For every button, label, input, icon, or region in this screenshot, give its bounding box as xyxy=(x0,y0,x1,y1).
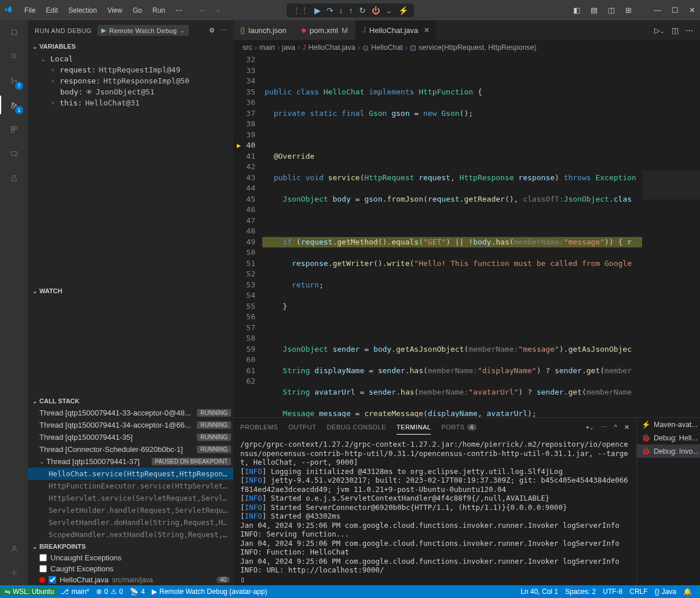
menu-run[interactable]: Run xyxy=(148,4,170,17)
bp-file-checkbox[interactable] xyxy=(49,576,56,584)
ptab-output[interactable]: OUTPUT xyxy=(288,420,316,434)
close-icon[interactable]: ✕ xyxy=(424,26,430,34)
svg-rect-8 xyxy=(11,130,13,132)
debug-config-selector[interactable]: ▶ Remote Watch Debug ⌄ xyxy=(97,25,189,36)
continue-icon[interactable]: ▶ xyxy=(314,6,321,15)
stack-frame[interactable]: HttpFunctionExecutor.service(HttpServlet… xyxy=(28,480,233,492)
menu-view[interactable]: View xyxy=(102,4,127,17)
status-lang[interactable]: {} Java xyxy=(651,588,680,596)
settings-gear-icon[interactable] xyxy=(7,566,21,579)
var-this[interactable]: ›this: HelloChat@31 xyxy=(28,97,233,108)
split-editor-icon[interactable]: ◫ xyxy=(672,26,679,35)
tab-launch-json[interactable]: {}launch.json xyxy=(233,20,294,40)
remote-explorer-icon[interactable] xyxy=(7,147,21,161)
stack-frame[interactable]: ServletHandler.doHandle(String,Request,H… xyxy=(28,516,233,528)
bp-uncaught[interactable]: Uncaught Exceptions xyxy=(28,552,233,563)
ptab-debugconsole[interactable]: DEBUG CONSOLE xyxy=(327,420,386,434)
ptab-terminal[interactable]: TERMINAL xyxy=(397,420,431,435)
stack-frame[interactable]: HelloChat.service(HttpRequest,HttpRespon… xyxy=(28,468,233,480)
var-request[interactable]: ›request: HttpRequestImpl@49 xyxy=(28,64,233,75)
stack-frame[interactable]: ScopedHandler.nextHandle(String,Request,… xyxy=(28,528,233,541)
ptab-ports[interactable]: PORTS4 xyxy=(441,420,476,434)
status-notifications[interactable]: 🔔 xyxy=(680,588,695,596)
menu-file[interactable]: File xyxy=(20,4,40,17)
source-control-icon[interactable]: 7 xyxy=(7,74,21,87)
stack-frame[interactable]: ServletHolder.handle(Request,ServletRequ… xyxy=(28,504,233,516)
panel-more-icon[interactable]: ⋯ xyxy=(601,424,607,431)
panel-close-icon[interactable]: ✕ xyxy=(624,424,629,431)
status-spaces[interactable]: Spaces: 2 xyxy=(562,588,599,596)
section-watch-header[interactable]: ⌄ WATCH xyxy=(28,285,233,297)
menu-more[interactable]: ⋯ xyxy=(171,4,187,17)
tab-hellochat-java[interactable]: JHelloChat.java✕ xyxy=(356,20,438,40)
debug-settings-icon[interactable]: ⚙ xyxy=(209,27,215,34)
window-close-icon[interactable]: ✕ xyxy=(689,6,695,14)
status-ports[interactable]: 📡4 xyxy=(126,588,148,596)
layout-sidebar-icon[interactable]: ◫ xyxy=(608,6,615,14)
nav-forward-icon[interactable]: → xyxy=(213,6,221,14)
section-variables-header[interactable]: ⌄ VARIABLES xyxy=(28,41,233,52)
layout-customize-icon[interactable]: ⊞ xyxy=(625,6,632,14)
terminal-item[interactable]: ⚡Maven-avat... xyxy=(637,418,700,431)
status-encoding[interactable]: UTF-8 xyxy=(599,588,626,596)
section-callstack-header[interactable]: ⌄ CALL STACK xyxy=(28,395,233,407)
drag-handle-icon[interactable]: ⋮⋮ xyxy=(292,6,309,15)
nav-back-icon[interactable]: ← xyxy=(199,6,206,14)
tab-more-icon[interactable]: ⋯ xyxy=(686,26,693,35)
terminal-output[interactable]: /grpc/grpc-context/1.27.2/grpc-context-1… xyxy=(233,436,636,585)
thread-row[interactable]: Thread [Connector-Scheduler-6920b0bc-1]R… xyxy=(28,443,233,455)
bp-caught[interactable]: Caught Exceptions xyxy=(28,563,233,574)
thread-row[interactable]: Thread [qtp1500079441-33-acceptor-0@48..… xyxy=(28,407,233,419)
window-maximize-icon[interactable]: ☐ xyxy=(672,6,679,14)
new-terminal-icon[interactable]: +⌄ xyxy=(585,424,593,431)
restart-icon[interactable]: ↻ xyxy=(359,6,366,15)
window-minimize-icon[interactable]: — xyxy=(654,6,661,14)
status-branch[interactable]: ⎇main* xyxy=(57,588,93,596)
var-response[interactable]: ›response: HttpResponseImpl@50 xyxy=(28,75,233,86)
step-out-icon[interactable]: ↑ xyxy=(349,6,353,15)
thread-row[interactable]: Thread [qtp1500079441-34-acceptor-1@66..… xyxy=(28,419,233,431)
accounts-icon[interactable] xyxy=(7,541,21,555)
explorer-icon[interactable] xyxy=(7,25,21,39)
thread-row-paused[interactable]: ⌄Thread [qtp1500079441-37]PAUSED ON BREA… xyxy=(28,455,233,468)
stack-frame[interactable]: HttpServlet.service(ServletRequest,Servl… xyxy=(28,492,233,504)
scope-local[interactable]: ⌄Local xyxy=(28,53,233,64)
disconnect-icon[interactable]: ⏻ xyxy=(372,6,380,15)
menu-edit[interactable]: Edit xyxy=(41,4,63,17)
menu-go[interactable]: Go xyxy=(128,4,146,17)
step-into-icon[interactable]: ↓ xyxy=(339,6,343,15)
status-eol[interactable]: CRLF xyxy=(626,588,651,596)
status-position[interactable]: Ln 40, Col 1 xyxy=(517,588,562,596)
testing-icon[interactable] xyxy=(7,171,21,185)
search-icon[interactable] xyxy=(7,49,21,63)
status-remote[interactable]: ⇋WSL: Ubuntu xyxy=(0,588,57,596)
status-debug[interactable]: ▶Remote Watch Debug (avatar-app) xyxy=(148,588,270,596)
layout-split-icon[interactable]: ◧ xyxy=(573,6,580,14)
breadcrumbs[interactable]: src› main› java› J HelloChat.java› ⊙ Hel… xyxy=(233,41,700,54)
minimap[interactable] xyxy=(642,54,700,417)
tab-pom-xml[interactable]: ◆pom.xml M xyxy=(294,20,356,40)
code-editor[interactable]: 32333435 36373839 ▶40 41424344 45464748 … xyxy=(233,54,700,417)
terminal-item[interactable]: 🐞Debug: Invo... xyxy=(637,444,700,458)
var-body[interactable]: body: 👁 JsonObject@51 xyxy=(28,86,233,97)
sidebar-more-icon[interactable]: ⋯ xyxy=(220,27,227,34)
menu-selection[interactable]: Selection xyxy=(64,4,101,17)
bp-caught-checkbox[interactable] xyxy=(39,565,47,573)
ptab-problems[interactable]: PROBLEMS xyxy=(240,420,278,434)
terminal-item[interactable]: 🐞Debug: Hell... xyxy=(637,431,700,444)
run-debug-icon[interactable]: 1 xyxy=(7,98,21,112)
bp-uncaught-checkbox[interactable] xyxy=(39,554,47,561)
extensions-icon[interactable] xyxy=(7,122,21,136)
step-over-icon[interactable]: ↷ xyxy=(327,6,333,15)
thread-row[interactable]: Thread [qtp1500079441-35]RUNNING xyxy=(28,431,233,443)
status-errors[interactable]: ⊗0 ⚠0 xyxy=(93,588,126,596)
layout-panel-icon[interactable]: ▤ xyxy=(591,6,598,14)
hot-reload-icon[interactable]: ⚡ xyxy=(398,6,408,15)
run-file-icon[interactable]: ▷⌄ xyxy=(654,26,665,35)
code-content[interactable]: public class HelloChat implements HttpFu… xyxy=(262,54,642,417)
debug-dropdown-icon[interactable]: ⌄ xyxy=(386,6,393,15)
panel-maximize-icon[interactable]: ^ xyxy=(614,424,617,431)
bp-file[interactable]: HelloChat.java src/main/java40 xyxy=(28,574,233,585)
section-breakpoints-header[interactable]: ⌄ BREAKPOINTS xyxy=(28,541,233,552)
debug-config-name: Remote Watch Debug xyxy=(109,27,177,34)
